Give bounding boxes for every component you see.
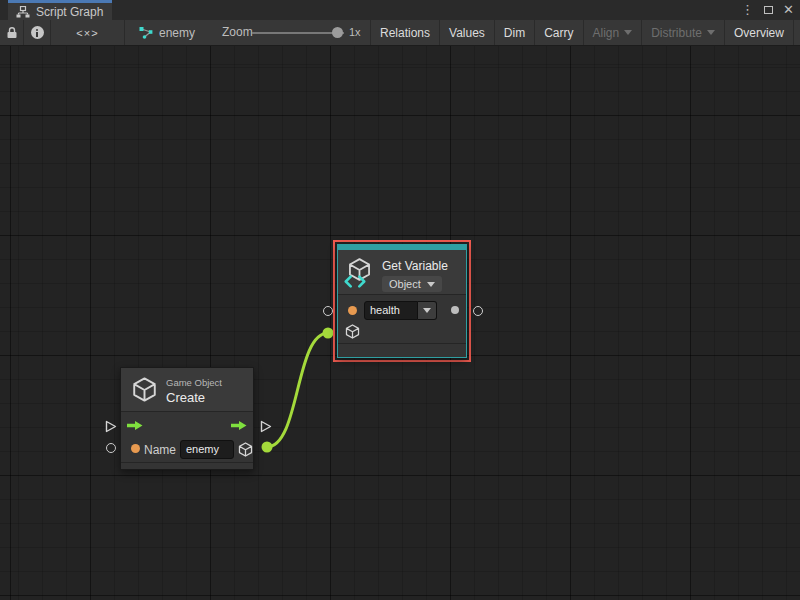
zoom-value: 1x [349, 20, 361, 45]
tab-title: Script Graph [36, 5, 103, 19]
get-variable-name-input-port[interactable] [323, 306, 333, 316]
script-graph-window: Script Graph ⋮ ✕ <×> [0, 0, 800, 600]
zoom-label: Zoom [222, 20, 253, 45]
window-close-icon[interactable]: ✕ [783, 0, 794, 20]
code-preview-button[interactable]: <×> [51, 20, 125, 45]
variable-name-dropdown-button[interactable] [418, 301, 437, 320]
node-create-game-object[interactable]: Game Object Create Name enemy [120, 367, 254, 470]
name-port-label: Name [144, 443, 176, 457]
chevron-down-icon [707, 30, 715, 35]
create-footer [121, 463, 253, 469]
lock-icon [6, 26, 18, 39]
chevron-down-icon [624, 30, 632, 35]
gameobject-cube-icon [130, 375, 159, 404]
get-variable-body: health [338, 295, 466, 344]
get-variable-header: Get Variable Object [338, 250, 466, 295]
breadcrumb-graph-name: enemy [159, 26, 195, 40]
tab-script-graph[interactable]: Script Graph [8, 0, 112, 20]
fullscreen-button[interactable]: Full Screen [793, 20, 800, 45]
breadcrumb[interactable]: enemy [138, 20, 195, 45]
window-menu-icon[interactable]: ⋮ [741, 0, 754, 20]
carry-button[interactable]: Carry [534, 20, 582, 45]
dim-button[interactable]: Dim [494, 20, 534, 45]
lock-button[interactable] [0, 20, 24, 45]
create-flow-input-port[interactable] [105, 420, 117, 433]
gameobject-output-cube-icon[interactable] [237, 441, 254, 458]
info-button[interactable] [24, 20, 51, 45]
code-brackets-icon [344, 275, 366, 288]
get-variable-footer [338, 344, 466, 357]
info-icon [31, 26, 44, 39]
node-title: Get Variable [382, 259, 448, 273]
node-get-variable-selection-outline: Get Variable Object health [333, 240, 471, 362]
chevron-down-icon [423, 308, 431, 313]
gameobject-port-cube-icon[interactable] [344, 323, 361, 340]
script-graph-asset-icon [138, 26, 154, 40]
string-port-dot[interactable] [131, 444, 140, 453]
relations-button[interactable]: Relations [370, 20, 439, 45]
align-dropdown-button[interactable]: Align [583, 20, 642, 45]
overview-button[interactable]: Overview [724, 20, 793, 45]
distribute-dropdown-button[interactable]: Distribute [641, 20, 724, 45]
values-button[interactable]: Values [439, 20, 494, 45]
create-name-input-port[interactable] [106, 443, 116, 453]
node-category: Game Object [166, 377, 222, 388]
string-port-dot[interactable] [348, 306, 357, 315]
create-flow-row [121, 412, 253, 439]
get-variable-value-output-port[interactable] [473, 306, 483, 316]
variable-scope-dropdown[interactable]: Object [382, 276, 442, 292]
value-output-dot[interactable] [451, 306, 459, 314]
code-preview-icon: <×> [76, 27, 98, 39]
flow-in-arrow-icon[interactable] [127, 420, 143, 431]
name-value-field[interactable]: enemy [180, 440, 234, 459]
title-bar: Script Graph ⋮ ✕ [0, 0, 800, 20]
variable-name-field[interactable]: health [364, 301, 418, 320]
zoom-slider-handle[interactable] [332, 27, 343, 38]
graph-hierarchy-icon [16, 6, 30, 18]
window-maximize-icon[interactable] [764, 6, 773, 14]
chevron-down-icon [427, 282, 435, 287]
create-name-row: Name enemy [121, 439, 253, 463]
graph-toolbar: <×> enemy Zoom 1x Relations Values Dim C… [0, 20, 800, 46]
create-flow-output-port[interactable] [260, 420, 272, 433]
node-title: Create [166, 390, 205, 405]
flow-out-arrow-icon[interactable] [231, 420, 247, 431]
zoom-slider-track[interactable] [252, 32, 344, 34]
node-get-variable[interactable]: Get Variable Object health [337, 244, 467, 358]
create-header: Game Object Create [121, 368, 253, 412]
